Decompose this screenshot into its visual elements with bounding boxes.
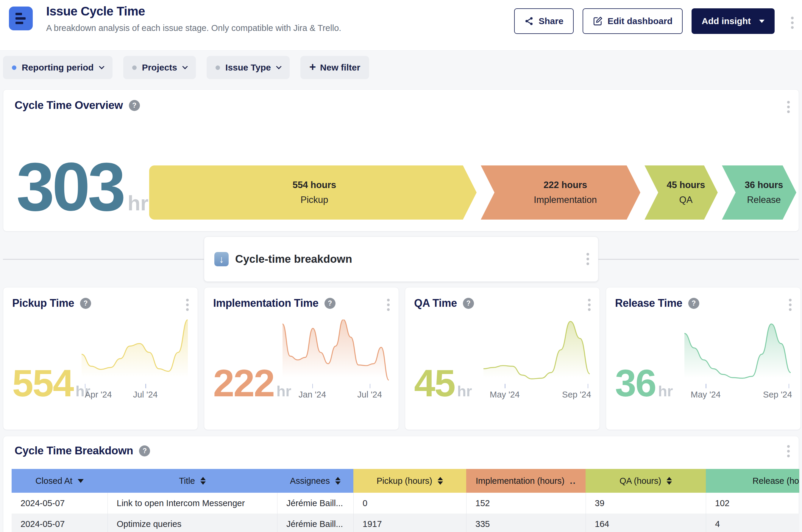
inactive-filter-dot — [132, 65, 137, 70]
help-icon[interactable]: ? — [688, 298, 699, 309]
chevron-down-icon — [182, 64, 188, 69]
edit-dashboard-label: Edit dashboard — [608, 16, 672, 26]
qa-sparkline: May '24Sep '24 — [483, 320, 590, 383]
cycle-time-breakdown-card: Cycle Time Breakdown ? Closed At Title A… — [3, 436, 799, 532]
share-button[interactable]: Share — [514, 8, 573, 34]
table-kebab-menu[interactable] — [787, 445, 790, 457]
cell-assignees: Jérémie Baill... — [277, 514, 353, 532]
implementation-time-title: Implementation Time — [213, 297, 319, 309]
stage-name: Release — [747, 195, 781, 205]
table-title: Cycle Time Breakdown — [15, 444, 133, 457]
help-icon[interactable]: ? — [129, 100, 140, 111]
banner-kebab-menu[interactable] — [586, 253, 589, 265]
table-row[interactable]: 2024-05-07 Optimize queries Jérémie Bail… — [12, 514, 799, 532]
sort-icon — [437, 477, 443, 485]
edit-icon — [593, 16, 603, 26]
filter-projects[interactable]: Projects — [123, 56, 196, 79]
implementation-sparkline: Jan '24Jul '24 — [282, 320, 389, 383]
cell-title: Link to open Intercom Messenger — [108, 493, 277, 514]
sort-desc-icon — [78, 479, 83, 483]
header: Issue Cycle Time A breakdown analysis of… — [0, 0, 802, 51]
implementation-time-card: Implementation Time ? 222 hr Jan '24Jul … — [204, 287, 399, 430]
cell-qa-hours: 164 — [585, 514, 706, 532]
release-time-value: 36 — [615, 364, 655, 402]
pickup-time-title: Pickup Time — [12, 297, 74, 309]
qa-time-value: 45 — [414, 364, 454, 402]
filter-reporting-period[interactable]: Reporting period — [3, 56, 113, 79]
stage-name: QA — [679, 195, 693, 205]
header-kebab-menu[interactable] — [791, 17, 794, 29]
header-titles: Issue Cycle Time A breakdown analysis of… — [46, 4, 341, 33]
new-filter-button[interactable]: + New filter — [300, 56, 369, 79]
cycle-time-overview-card: Cycle Time Overview ? 303 hr 554 hours P… — [3, 89, 799, 231]
help-icon[interactable]: ? — [139, 445, 150, 456]
edit-dashboard-button[interactable]: Edit dashboard — [583, 8, 683, 34]
overview-total-value: 303 — [16, 153, 124, 221]
release-sparkline: May '24Sep '24 — [685, 320, 791, 383]
page-subtitle: A breakdown analysis of each issue stage… — [46, 23, 341, 33]
release-kebab-menu[interactable] — [789, 299, 791, 311]
cell-title: Optimize queries — [108, 514, 277, 532]
menu-button[interactable] — [9, 6, 33, 30]
filter-issue-type[interactable]: Issue Type — [207, 56, 290, 79]
share-icon — [524, 16, 534, 26]
breakdown-table: Closed At Title Assignees Pickup (hours)… — [12, 469, 799, 532]
cell-implementation-hours: 152 — [466, 493, 585, 514]
cycle-funnel-chart: 554 hours Pickup 222 hours Implementatio… — [149, 166, 796, 220]
qa-kebab-menu[interactable] — [588, 299, 591, 311]
page-title: Issue Cycle Time — [46, 4, 341, 18]
implementation-kebab-menu[interactable] — [387, 299, 390, 311]
filter-issue-type-label: Issue Type — [225, 62, 271, 73]
chevron-down-icon — [276, 64, 281, 69]
column-header-release-hours[interactable]: Release (hours) — [706, 469, 799, 493]
column-header-qa-hours[interactable]: QA (hours) — [585, 469, 706, 493]
new-filter-label: New filter — [320, 62, 360, 73]
help-icon[interactable]: ? — [324, 298, 336, 309]
banner-title: Cycle-time breakdown — [235, 253, 352, 265]
overview-card-title: Cycle Time Overview — [15, 99, 123, 112]
funnel-stage-release[interactable]: 36 hours Release — [722, 166, 796, 220]
funnel-stage-qa[interactable]: 45 hours QA — [645, 166, 718, 220]
pickup-sparkline: Apr '24Jul '24 — [81, 320, 188, 383]
overview-kebab-menu[interactable] — [787, 101, 790, 113]
cell-qa-hours: 39 — [585, 493, 706, 514]
stage-hours: 36 hours — [745, 180, 783, 190]
table-row[interactable]: 2024-05-07 Link to open Intercom Messeng… — [12, 493, 799, 514]
help-icon[interactable]: ? — [463, 298, 474, 309]
stage-hours: 45 hours — [667, 180, 705, 190]
cycle-time-breakdown-banner: ↓ Cycle-time breakdown — [204, 236, 598, 282]
pickup-kebab-menu[interactable] — [186, 299, 189, 311]
sort-icon — [667, 477, 672, 485]
implementation-time-value: 222 — [213, 364, 274, 402]
plus-icon: + — [309, 61, 316, 73]
pickup-time-value: 554 — [12, 364, 73, 402]
funnel-stage-pickup[interactable]: 554 hours Pickup — [149, 166, 477, 220]
add-insight-label: Add insight — [702, 16, 751, 26]
release-time-title: Release Time — [615, 297, 682, 309]
column-header-closed-at[interactable]: Closed At — [12, 469, 108, 493]
chevron-down-icon — [759, 20, 764, 23]
help-icon[interactable]: ? — [80, 298, 91, 309]
share-button-label: Share — [539, 16, 563, 26]
filter-reporting-period-label: Reporting period — [22, 62, 94, 73]
header-actions: Share Edit dashboard Add insight — [514, 8, 775, 34]
column-header-assignees[interactable]: Assignees — [277, 469, 353, 493]
column-header-title[interactable]: Title — [108, 469, 277, 493]
column-header-implementation-hours[interactable]: Implementation (hours).. — [466, 469, 585, 493]
filter-projects-label: Projects — [142, 62, 177, 73]
cell-closed-at: 2024-05-07 — [12, 514, 108, 532]
qa-time-unit: hr — [457, 383, 472, 400]
cell-implementation-hours: 335 — [466, 514, 585, 532]
cell-release-hours: 102 — [706, 493, 799, 514]
chevron-down-icon — [99, 64, 104, 69]
funnel-stage-implementation[interactable]: 222 hours Implementation — [481, 166, 640, 220]
add-insight-button[interactable]: Add insight — [692, 8, 775, 34]
cell-assignees: Jérémie Baill... — [277, 493, 353, 514]
column-header-pickup-hours[interactable]: Pickup (hours) — [353, 469, 466, 493]
cell-release-hours: 4 — [706, 514, 799, 532]
stage-name: Pickup — [300, 195, 328, 205]
cell-closed-at: 2024-05-07 — [12, 493, 108, 514]
down-arrow-icon: ↓ — [215, 252, 229, 266]
sort-icon — [200, 477, 206, 485]
table-header-row: Closed At Title Assignees Pickup (hours)… — [12, 469, 799, 493]
